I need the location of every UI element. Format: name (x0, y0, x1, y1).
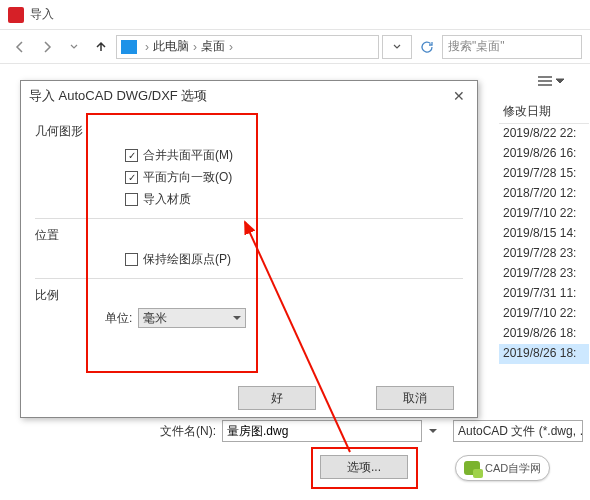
chevron-down-icon[interactable] (428, 426, 438, 436)
unit-label: 单位: (105, 310, 132, 327)
nav-history-dropdown[interactable] (62, 35, 86, 59)
options-button[interactable]: 选项... (320, 455, 408, 479)
file-row-date[interactable]: 2018/7/20 12: (499, 184, 589, 204)
checkbox-merge-coplanar[interactable] (125, 149, 138, 162)
checkbox-orient-consistent[interactable] (125, 171, 138, 184)
refresh-button[interactable] (415, 35, 439, 59)
nav-back-button[interactable] (8, 35, 32, 59)
breadcrumb-item[interactable]: 此电脑 (153, 38, 189, 55)
file-row-date[interactable]: 2019/7/28 23: (499, 244, 589, 264)
app-icon (8, 7, 24, 23)
checkbox-import-materials[interactable] (125, 193, 138, 206)
checkbox-materials-label: 导入材质 (143, 191, 191, 208)
file-row-date[interactable]: 2019/7/31 11: (499, 284, 589, 304)
unit-value: 毫米 (143, 310, 167, 327)
breadcrumb-sep (225, 40, 237, 54)
checkbox-orient-label: 平面方向一致(O) (143, 169, 232, 186)
window-title: 导入 (30, 6, 54, 23)
window-titlebar: 导入 (0, 0, 590, 30)
date-column: 修改日期 2019/8/22 22:2019/8/26 16:2019/7/28… (499, 100, 589, 364)
checkbox-merge-label: 合并共面平面(M) (143, 147, 233, 164)
filename-row: 文件名(N): (160, 420, 438, 442)
checkbox-origin-label: 保持绘图原点(P) (143, 251, 231, 268)
file-row-date[interactable]: 2019/8/26 18: (499, 324, 589, 344)
address-bar: 此电脑 桌面 搜索"桌面" (0, 30, 590, 64)
search-placeholder: 搜索"桌面" (448, 38, 505, 55)
file-row-date[interactable]: 2019/7/10 22: (499, 204, 589, 224)
file-row-date[interactable]: 2019/8/22 22: (499, 124, 589, 144)
address-dropdown-button[interactable] (382, 35, 412, 59)
drive-icon (121, 40, 137, 54)
source-badge: CAD自学网 (455, 455, 550, 481)
section-position-label: 位置 (35, 227, 463, 244)
dialog-titlebar: 导入 AutoCAD DWG/DXF 选项 ✕ (21, 81, 477, 111)
nav-forward-button (35, 35, 59, 59)
file-row-date[interactable]: 2019/8/26 18: (499, 344, 589, 364)
unit-select[interactable]: 毫米 (138, 308, 246, 328)
file-type-select[interactable]: AutoCAD 文件 (*.dwg, … (453, 420, 583, 442)
ok-button[interactable]: 好 (238, 386, 316, 410)
dialog-title-text: 导入 AutoCAD DWG/DXF 选项 (29, 87, 207, 105)
file-type-value: AutoCAD 文件 (*.dwg, … (458, 423, 583, 440)
file-row-date[interactable]: 2019/7/28 15: (499, 164, 589, 184)
view-mode-button[interactable] (533, 73, 568, 89)
checkbox-preserve-origin[interactable] (125, 253, 138, 266)
filename-input[interactable] (222, 420, 422, 442)
breadcrumb-item[interactable]: 桌面 (201, 38, 225, 55)
file-row-date[interactable]: 2019/7/10 22: (499, 304, 589, 324)
section-scale-label: 比例 (35, 287, 463, 304)
chevron-down-icon (233, 314, 241, 322)
filename-label: 文件名(N): (160, 423, 216, 440)
search-input[interactable]: 搜索"桌面" (442, 35, 582, 59)
cancel-button[interactable]: 取消 (376, 386, 454, 410)
wechat-icon (464, 461, 480, 475)
import-options-dialog: 导入 AutoCAD DWG/DXF 选项 ✕ 几何图形 合并共面平面(M) 平… (20, 80, 478, 418)
close-button[interactable]: ✕ (449, 86, 469, 106)
nav-up-button[interactable] (89, 35, 113, 59)
breadcrumb[interactable]: 此电脑 桌面 (116, 35, 379, 59)
source-badge-text: CAD自学网 (485, 461, 541, 476)
section-geometry-label: 几何图形 (35, 123, 463, 140)
file-row-date[interactable]: 2019/7/28 23: (499, 264, 589, 284)
breadcrumb-sep (141, 40, 153, 54)
breadcrumb-sep (189, 40, 201, 54)
file-row-date[interactable]: 2019/8/26 16: (499, 144, 589, 164)
column-header-modified[interactable]: 修改日期 (499, 100, 589, 124)
file-row-date[interactable]: 2019/8/15 14: (499, 224, 589, 244)
